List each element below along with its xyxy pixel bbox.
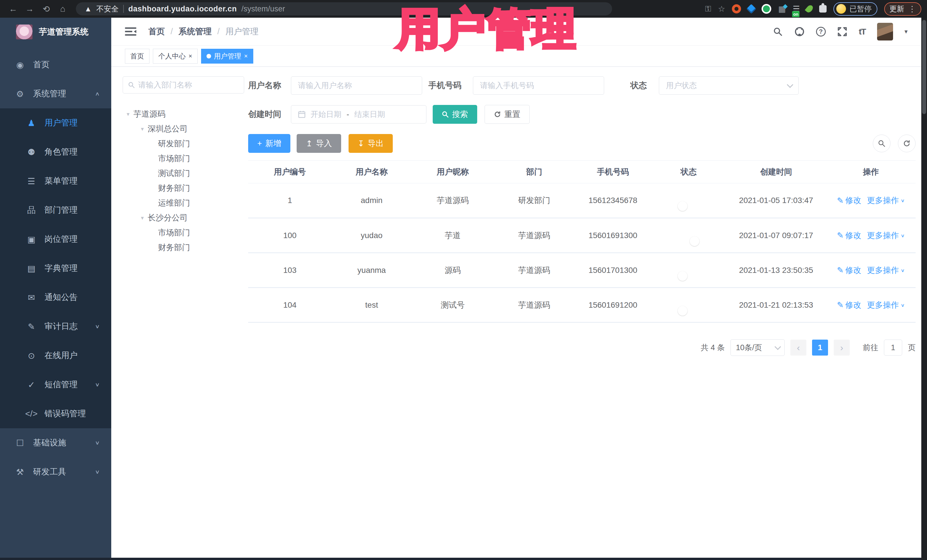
extension-orange-icon[interactable] xyxy=(732,4,741,14)
column-header[interactable]: 用户昵称 xyxy=(412,161,494,183)
extension-gem-icon[interactable] xyxy=(746,4,756,14)
tree-node[interactable]: 财务部门 xyxy=(123,181,244,196)
column-header[interactable]: 状态 xyxy=(651,161,726,183)
tree-node[interactable]: ▾ 芋道源码 xyxy=(123,107,244,121)
more-actions-link[interactable]: 更多操作 ∨ xyxy=(867,230,905,241)
sidebar-item[interactable]: ♟ 用户管理 xyxy=(0,108,111,137)
more-actions-link[interactable]: 更多操作 ∨ xyxy=(867,265,905,276)
tree-node[interactable]: 测试部门 xyxy=(123,166,244,181)
prev-page-button[interactable]: ‹ xyxy=(790,340,806,355)
sidebar-item[interactable]: </> 错误码管理 xyxy=(0,399,111,428)
tree-node[interactable]: ▾ 长沙分公司 xyxy=(123,211,244,225)
reset-button[interactable]: 重置 xyxy=(485,105,530,124)
forward-icon[interactable]: → xyxy=(22,4,37,14)
tree-caret-icon[interactable]: ▾ xyxy=(141,126,144,132)
sidebar-item[interactable]: ▤ 字典管理 xyxy=(0,254,111,283)
back-icon[interactable]: ← xyxy=(6,4,21,14)
date-start-placeholder: 开始日期 xyxy=(311,109,342,120)
reload-icon[interactable]: ⟲ xyxy=(39,4,54,14)
security-warning-icon[interactable]: ▲ xyxy=(84,5,92,14)
tree-node[interactable]: 市场部门 xyxy=(123,151,244,166)
address-bar[interactable]: ▲ 不安全 dashboard.yudao.iocoder.cn /system… xyxy=(76,2,612,15)
update-button[interactable]: 更新 ⋮ xyxy=(884,2,921,16)
breadcrumb-home[interactable]: 首页 xyxy=(148,26,165,37)
menu-label: 菜单管理 xyxy=(44,175,78,187)
next-page-button[interactable]: › xyxy=(834,340,850,355)
sidebar-item[interactable]: ⚙ 系统管理 ∧ xyxy=(0,79,111,108)
key-icon[interactable]: ⚿ xyxy=(705,4,711,14)
show-search-button[interactable] xyxy=(873,135,891,152)
column-header[interactable]: 手机号码 xyxy=(574,161,651,183)
dept-search-input[interactable] xyxy=(138,81,239,90)
tree-node[interactable]: 市场部门 xyxy=(123,225,244,240)
import-button[interactable]: ↥ 导入 xyxy=(296,134,341,153)
search-icon[interactable] xyxy=(773,27,783,37)
username-input[interactable]: 请输入用户名称 xyxy=(291,76,422,95)
tree-node[interactable]: 运维部门 xyxy=(123,196,244,211)
column-header[interactable]: 创建时间 xyxy=(726,161,826,183)
page-tab[interactable]: 用户管理 × xyxy=(201,49,253,64)
breadcrumb-system[interactable]: 系统管理 xyxy=(179,26,212,37)
sidebar-item[interactable]: 品 部门管理 xyxy=(0,196,111,225)
mobile-input[interactable]: 请输入手机号码 xyxy=(473,76,604,95)
goto-page-input[interactable] xyxy=(884,340,902,355)
date-range-picker[interactable]: 开始日期 - 结束日期 xyxy=(291,105,426,123)
column-header[interactable]: 用户编号 xyxy=(248,161,332,183)
tree-node[interactable]: 财务部门 xyxy=(123,240,244,255)
bookmark-star-icon[interactable]: ☆ xyxy=(718,4,725,14)
sidebar-item[interactable]: ⊙ 在线用户 xyxy=(0,341,111,370)
edit-link[interactable]: ✎ 修改 xyxy=(837,230,861,241)
tree-caret-icon[interactable]: ▾ xyxy=(141,214,144,221)
sidebar-item[interactable]: ✓ 短信管理 ∨ xyxy=(0,370,111,399)
sidebar-item[interactable]: ✎ 审计日志 ∨ xyxy=(0,312,111,341)
sidebar-item[interactable]: ⚒ 研发工具 ∨ xyxy=(0,457,111,486)
avatar-caret-icon[interactable]: ▾ xyxy=(904,28,907,35)
app-logo-row[interactable]: 芋道管理系统 xyxy=(0,18,111,46)
github-icon[interactable] xyxy=(794,27,805,37)
tab-close-icon[interactable]: × xyxy=(188,52,192,60)
profile-chip[interactable]: 已暂停 xyxy=(833,2,877,16)
column-header[interactable]: 操作 xyxy=(826,161,916,183)
font-size-icon[interactable]: tT xyxy=(859,27,866,36)
refresh-table-button[interactable] xyxy=(898,135,916,152)
status-select[interactable]: 用户状态 xyxy=(659,76,799,95)
search-button[interactable]: 搜索 xyxy=(433,105,477,124)
sidebar-item[interactable]: ✉ 通知公告 xyxy=(0,283,111,312)
tree-node[interactable]: ▾ 深圳总公司 xyxy=(123,121,244,136)
edit-link[interactable]: ✎ 修改 xyxy=(837,195,861,206)
edit-link[interactable]: ✎ 修改 xyxy=(837,300,861,311)
sidebar-item[interactable]: ☰ 菜单管理 xyxy=(0,167,111,196)
extension-list-icon[interactable]: ☰on xyxy=(793,4,800,14)
current-page-button[interactable]: 1 xyxy=(812,340,828,355)
extension-leaf-icon[interactable] xyxy=(805,4,814,14)
column-header[interactable]: 部门 xyxy=(494,161,574,183)
tab-close-icon[interactable]: × xyxy=(244,52,248,60)
user-avatar[interactable] xyxy=(877,23,893,41)
kebab-menu-icon[interactable]: ⋮ xyxy=(908,4,916,14)
page-size-select[interactable]: 10条/页 xyxy=(731,339,785,356)
sidebar-item[interactable]: ◉ 首页 xyxy=(0,50,111,79)
export-button[interactable]: ↧ 导出 xyxy=(348,134,393,153)
sidebar-item[interactable]: ⚉ 角色管理 xyxy=(0,137,111,167)
extension-green-icon[interactable] xyxy=(761,4,771,14)
extensions-puzzle-icon[interactable] xyxy=(819,5,827,12)
sidebar-item[interactable]: ☐ 基础设施 ∨ xyxy=(0,428,111,457)
more-actions-link[interactable]: 更多操作 ∨ xyxy=(867,300,905,311)
fullscreen-icon[interactable] xyxy=(837,27,847,37)
collapse-sidebar-icon[interactable] xyxy=(125,27,136,36)
tree-caret-icon[interactable]: ▾ xyxy=(127,111,129,117)
page-tab[interactable]: 首页 xyxy=(125,49,149,64)
extension-grid-icon[interactable]: ▦ xyxy=(778,4,786,14)
edit-link[interactable]: ✎ 修改 xyxy=(837,265,861,276)
scrollbar-thumb[interactable] xyxy=(922,20,926,114)
page-tab[interactable]: 个人中心 × xyxy=(153,49,198,64)
help-icon[interactable]: ? xyxy=(816,27,826,36)
sidebar-item[interactable]: ▣ 岗位管理 xyxy=(0,225,111,254)
tree-node[interactable]: 研发部门 xyxy=(123,136,244,151)
add-button[interactable]: + 新增 xyxy=(248,134,290,153)
column-header[interactable]: 用户名称 xyxy=(332,161,412,183)
browser-scrollbar[interactable] xyxy=(921,18,927,560)
more-actions-link[interactable]: 更多操作 ∨ xyxy=(867,195,905,206)
tree-node-label: 市场部门 xyxy=(158,227,190,238)
home-icon[interactable]: ⌂ xyxy=(55,4,70,14)
